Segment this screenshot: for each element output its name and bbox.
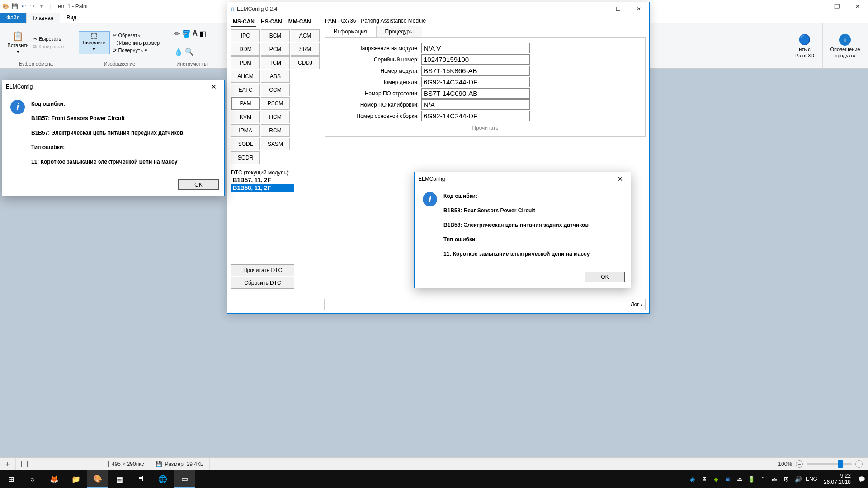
module-pam[interactable]: PAM [231,97,260,110]
tray-teamviewer-icon[interactable]: ◉ [688,474,697,483]
pencil-icon[interactable]: ✏ [174,29,180,38]
tab-procedures[interactable]: Процедуры [376,26,422,37]
close-button[interactable]: ✕ [847,0,868,13]
ok-button[interactable]: OK [178,179,219,190]
search-button[interactable]: ⌕ [22,470,43,488]
app-gitlab[interactable]: 🦊 [43,470,65,488]
app-screenkeyboard[interactable]: ▦ [108,470,130,488]
text-icon[interactable]: A [193,29,198,38]
zoom-slider[interactable] [807,463,852,465]
module-kvm[interactable]: KVM [231,111,260,123]
zoom-icon[interactable]: 🔍 [185,47,194,56]
tab-mmcan[interactable]: MM-CAN [287,18,313,27]
info-icon: i [10,100,25,114]
assy-value: 6G92-14C244-DF [421,111,530,121]
read-info-button[interactable]: Прочитать [331,125,640,131]
module-tcm[interactable]: TCM [261,56,290,69]
tray-notifications-icon[interactable]: 💬 [857,474,866,483]
tray-volume-icon[interactable]: 🔊 [794,474,803,483]
resize-button[interactable]: ⛶Изменить размер [112,40,161,46]
dtc-list[interactable]: B1B57, 11, 2F B1B58, 11, 2F [231,176,294,257]
tray-nvidia-icon[interactable]: ◆ [712,474,721,483]
module-sodl[interactable]: SODL [231,138,260,150]
maximize-button[interactable]: ❐ [826,0,847,13]
tab-hscan[interactable]: HS-CAN [259,18,284,27]
tray-clock[interactable]: 9:22 26.07.2018 [820,473,854,486]
save-icon[interactable]: 💾 [11,3,18,10]
assy-label: Номер основной сборки: [331,113,421,119]
tray-monitor-icon[interactable]: 🖥 [700,474,709,483]
module-sodr[interactable]: SODR [231,151,260,164]
copy-button[interactable]: ⧉Копировать [32,43,66,50]
crop-button[interactable]: ✂Обрезать [112,32,161,39]
ok-button[interactable]: OK [585,272,625,282]
dtc-item[interactable]: B1B57, 11, 2F [231,176,294,184]
module-pdm[interactable]: PDM [231,56,260,69]
minimize-button[interactable]: — [587,2,608,16]
tray-lang[interactable]: ENG [806,474,817,483]
tray-usb-icon[interactable]: ⏏ [735,474,744,483]
redo-icon[interactable]: ↷ [29,3,36,10]
module-rcm[interactable]: RCM [261,124,290,137]
dialog-titlebar[interactable]: ELMConfig ✕ [2,80,224,94]
app-explorer[interactable]: 📁 [65,470,87,488]
read-dtc-button[interactable]: Прочитать DTC [231,264,294,276]
module-hcm[interactable]: HCM [261,111,290,123]
maximize-button[interactable]: ☐ [608,2,628,16]
tray-network-icon[interactable]: 🖧 [770,474,779,483]
cut-button[interactable]: ✂Вырезать [32,36,66,42]
undo-icon[interactable]: ↶ [20,3,27,10]
module-ipc[interactable]: IPC [231,29,260,42]
type-label: Тип ошибки: [31,143,183,151]
collapse-ribbon-icon[interactable]: ˆ [863,60,865,66]
app-calculator[interactable]: 🖩 [130,470,152,488]
module-ipma[interactable]: IPMA [231,124,260,137]
reset-dtc-button[interactable]: Сбросить DTC [231,277,294,289]
tab-view[interactable]: Вид [60,13,83,23]
tray-battery-icon[interactable]: 🔋 [747,474,756,483]
module-srm[interactable]: SRM [291,43,320,56]
calib-label: Номер ПО калибровки: [331,102,421,108]
close-icon[interactable]: ✕ [207,83,221,90]
select-button[interactable]: Выделить ▾ [79,31,110,54]
product-alert-button[interactable]: i Оповещение продукта [829,33,862,59]
module-abs[interactable]: ABS [261,70,290,83]
module-sasm[interactable]: SASM [261,138,290,150]
module-ddm[interactable]: DDM [231,43,260,56]
tray-chevron-up-icon[interactable]: ˆ [759,474,768,483]
log-button[interactable]: Лог › [631,301,642,308]
module-ccm[interactable]: CCM [261,84,290,96]
module-ahcm[interactable]: AHCM [231,70,260,83]
close-button[interactable]: ✕ [628,2,649,16]
qat-more-icon[interactable]: ▾ [38,3,45,10]
start-button[interactable]: ⊞ [0,470,22,488]
zoom-in-button[interactable]: + [855,460,863,468]
paint3d-button[interactable]: 🔵 ить с Paint 3D [793,33,816,59]
tab-mscan[interactable]: MS-CAN [231,18,256,27]
tab-home[interactable]: Главная [26,13,61,23]
app-paint[interactable]: 🎨 [87,470,108,488]
tab-file[interactable]: Файл [0,13,26,23]
module-bcm[interactable]: BCM [261,29,290,42]
module-eatc[interactable]: EATC [231,84,260,96]
elm-titlebar[interactable]: ⎍ ELMConfig 0.2.4 — ☐ ✕ [227,2,649,16]
rotate-button[interactable]: ⟳Повернуть ▾ [112,47,161,54]
tab-info[interactable]: Информация [325,26,375,37]
eraser-icon[interactable]: ◧ [199,29,206,38]
module-pcm[interactable]: PCM [261,43,290,56]
minimize-button[interactable]: — [806,0,826,13]
picker-icon[interactable]: 💧 [174,47,183,56]
paste-button[interactable]: 📋 Вставить ▾ [6,30,31,56]
fill-icon[interactable]: 🪣 [182,29,191,38]
app-chrome[interactable]: 🌐 [152,470,174,488]
module-cddj[interactable]: CDDJ [291,56,320,69]
module-pscm[interactable]: PSCM [261,97,290,110]
tray-app-icon[interactable]: ▣ [723,474,732,483]
zoom-out-button[interactable]: − [796,460,803,468]
app-running[interactable]: ▭ [174,470,195,488]
close-icon[interactable]: ✕ [613,175,627,183]
dtc-item[interactable]: B1B58, 11, 2F [231,184,294,192]
module-acm[interactable]: ACM [291,29,320,42]
tray-defender-icon[interactable]: ⛨ [782,474,791,483]
dialog-titlebar[interactable]: ELMConfig ✕ [415,172,631,186]
